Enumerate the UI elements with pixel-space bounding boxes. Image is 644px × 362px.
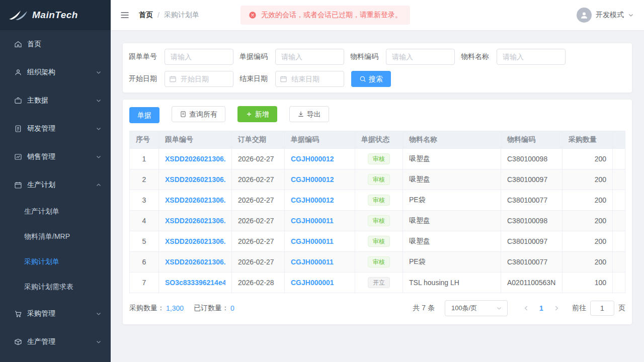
cart-icon [14,310,22,318]
sidebar-item-rnd-management[interactable]: 研发管理 [0,115,111,143]
chevron-down-icon [628,12,634,18]
page-content: 跟单单号 单据编码 物料编码 物料名称 [111,30,644,362]
order-link[interactable]: XSDD2026021306... [165,155,225,163]
user-menu[interactable]: 开发模式 [577,8,634,23]
cell-seq: 6 [130,252,159,273]
cell-qty: 200 [562,190,613,211]
search-button[interactable]: 搜索 [351,71,391,87]
export-button[interactable]: 导出 [289,106,329,122]
query-all-button[interactable]: 查询所有 [172,106,225,122]
cell-date: 2026-02-27 [232,211,285,231]
add-button[interactable]: 新增 [237,106,277,122]
sidebar-item-production-management[interactable]: 生产管理 [0,328,111,356]
search-icon [359,75,366,82]
filter-label: 结束日期 [239,74,268,83]
sidebar-item-sales-management[interactable]: 销售管理 [0,143,111,171]
sidebar-item-home[interactable]: 首页 [0,30,111,58]
column-header-date: 订单交期 [232,131,285,149]
filter-material-code: 物料编码 [350,49,455,65]
breadcrumb-home[interactable]: 首页 [139,11,153,20]
document-icon [14,125,22,133]
start-date-input[interactable] [165,71,233,87]
cell-code: C380100097 [501,169,562,190]
order-number-input[interactable] [165,49,233,65]
cell-overflow [613,149,625,169]
sidebar-subitem-label: 物料清单/MRP [24,232,70,241]
plus-icon [246,111,253,118]
filter-order-number: 跟单单号 [129,49,233,65]
filter-start-date: 开始日期 [129,71,233,87]
sidebar-subitem-production-plan[interactable]: 生产计划单 [0,199,111,224]
prev-page-icon[interactable] [523,305,530,312]
goto-page-input[interactable] [590,301,614,316]
order-link[interactable]: XSDD2026021306... [165,258,225,266]
material-name-input[interactable] [497,49,566,65]
document-button[interactable]: 单据 [129,107,159,123]
error-circle-icon [249,11,257,19]
breadcrumb-separator: / [157,11,159,19]
doc-link[interactable]: CGJH000012 [291,196,349,204]
sidebar-item-purchase-management[interactable]: 采购管理 [0,300,111,328]
cell-overflow [613,252,625,273]
doc-code-input[interactable] [275,49,344,65]
sidebar-subitem-label: 采购计划单 [24,257,59,266]
doc-link[interactable]: CGJH000011 [291,258,349,266]
chevron-down-icon [96,311,102,317]
cell-material: PE袋 [403,190,501,211]
cell-code: C380100098 [501,149,562,169]
doc-link[interactable]: CGJH000011 [291,217,349,225]
purchase-qty-value: 1,300 [166,304,184,312]
page-size-select[interactable]: 100条/页 [445,300,508,316]
cell-code: A0201100563N [501,273,562,293]
sidebar-item-production-planning[interactable]: 生产计划 [0,171,111,199]
cell-material: 吸塑盘 [403,211,501,231]
sidebar-item-label: 生产计划 [27,180,96,190]
chevron-down-icon [96,154,102,160]
page-number-1[interactable]: 1 [537,304,546,312]
filter-label: 物料名称 [461,52,489,61]
sidebar-item-master-data[interactable]: 主数据 [0,86,111,115]
sidebar-item-organization[interactable]: 组织架构 [0,58,111,86]
chevron-down-icon [96,69,102,75]
box-icon [14,338,22,346]
status-badge: 审核 [368,195,390,206]
table-header-row: 序号 跟单编号 订单交期 单据编码 单据状态 物料名称 物料编码 采购数量 [130,131,625,149]
doc-link[interactable]: CGJH000011 [291,237,349,245]
cell-code: C380100077 [501,252,562,273]
order-link[interactable]: XSDD2026021306... [165,196,225,204]
cell-qty: 200 [562,169,613,190]
column-header-code: 物料编码 [501,131,562,149]
column-header-overflow [613,131,625,149]
table-row: 4 XSDD2026021306... 2026-02-27 CGJH00001… [130,211,625,231]
order-link[interactable]: XSDD2026021306... [165,175,225,184]
order-link[interactable]: XSDD2026021306... [165,237,225,245]
end-date-input[interactable] [275,71,344,87]
sidebar-item-label: 主数据 [27,96,96,105]
avatar [577,8,592,23]
filter-label: 开始日期 [129,74,157,83]
sidebar-subitem-bom-mrp[interactable]: 物料清单/MRP [0,224,111,249]
sidebar-subitem-purchase-plan-demand[interactable]: 采购计划需求表 [0,275,111,300]
order-link[interactable]: XSDD2026021306... [165,217,225,225]
table-row: 6 XSDD2026021306... 2026-02-27 CGJH00001… [130,252,625,273]
filter-row-2: 开始日期 结束日期 [129,71,626,87]
order-link[interactable]: SO3c833396214e40 [165,279,225,287]
sidebar-subitem-purchase-plan[interactable]: 采购计划单 [0,249,111,275]
filter-row-1: 跟单单号 单据编码 物料编码 物料名称 [129,49,626,65]
ordered-qty-value: 0 [230,304,234,312]
cell-date: 2026-02-28 [232,273,285,293]
doc-link[interactable]: CGJH000012 [291,155,349,163]
cell-code: C380100098 [501,211,562,231]
cell-overflow [613,211,625,231]
sidebar-item-label: 首页 [27,40,102,49]
cell-seq: 7 [130,273,159,293]
hamburger-menu-icon[interactable] [120,10,130,20]
alert-message: 无效的会话，或者会话已过期，请重新登录。 [261,11,402,20]
chevron-down-icon [496,305,502,311]
cell-qty: 200 [562,149,613,169]
next-page-icon[interactable] [553,305,560,312]
home-icon [14,40,22,48]
doc-link[interactable]: CGJH000001 [291,279,349,287]
doc-link[interactable]: CGJH000012 [291,175,349,184]
material-code-input[interactable] [386,49,455,65]
